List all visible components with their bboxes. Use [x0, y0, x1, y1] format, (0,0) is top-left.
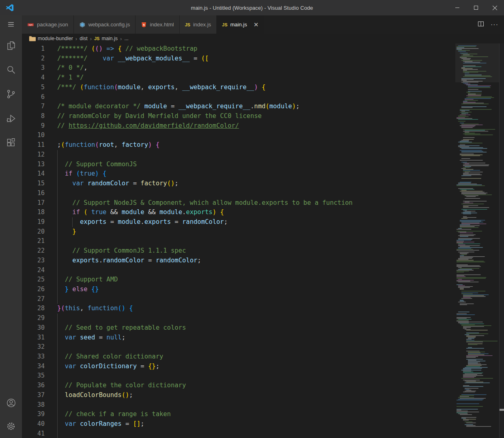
editor[interactable]: 1/******/ (() => { // webpackBootstrap2/…: [22, 43, 504, 438]
code-line[interactable]: 36 // Populate the color dictionary: [22, 381, 454, 391]
code-line[interactable]: 26 } else {}: [22, 285, 454, 294]
breadcrumb-item-main.js[interactable]: JSmain.js: [94, 36, 118, 41]
tab-main.js[interactable]: JSmain.js✕: [217, 15, 264, 34]
code-line[interactable]: 35: [22, 371, 454, 381]
code-line[interactable]: 28}(this, function() {: [22, 304, 454, 313]
tab-package.json[interactable]: npmpackage.json: [22, 15, 74, 34]
close-button[interactable]: [485, 0, 504, 15]
code-line[interactable]: 20 }: [22, 227, 454, 237]
breadcrumb-item-...[interactable]: ...: [124, 36, 128, 41]
activity-item-explorer[interactable]: [0, 33, 22, 58]
source-control-icon: [6, 89, 16, 99]
code-line[interactable]: 4/* 1 */: [22, 73, 454, 83]
code-line[interactable]: 10: [22, 131, 454, 140]
code-line[interactable]: 23 exports.randomColor = randomColor;: [22, 256, 454, 266]
code-lines: 1/******/ (() => { // webpackBootstrap2/…: [22, 44, 454, 438]
breadcrumb-separator: ›: [89, 36, 93, 42]
html-icon: 5: [141, 21, 147, 28]
line-number: 28: [22, 304, 45, 313]
scrollbar[interactable]: [499, 43, 504, 438]
breadcrumb-label: module-bundler: [38, 36, 73, 41]
line-content: // Support AMD: [45, 275, 118, 285]
tab-label: package.json: [37, 21, 68, 28]
settings-gear-icon: [6, 421, 16, 432]
activity-item-manage[interactable]: [0, 414, 22, 438]
code-line[interactable]: 5/***/ (function(module, exports, __webp…: [22, 83, 454, 92]
code-line[interactable]: 6: [22, 92, 454, 102]
code-line[interactable]: 12: [22, 150, 454, 160]
minimap[interactable]: [455, 43, 499, 438]
code-line[interactable]: 3/* 0 */,: [22, 63, 454, 73]
code-line[interactable]: 13 // Support CommonJS: [22, 160, 454, 170]
line-content: // Support CommonJS 1.1.1 spec: [45, 246, 186, 256]
line-number: 37: [22, 391, 45, 400]
code-line[interactable]: 39 // check if a range is taken: [22, 410, 454, 419]
code-line[interactable]: 29: [22, 313, 454, 323]
code-line[interactable]: 34 var colorDictionary = {};: [22, 362, 454, 371]
code-line[interactable]: 33 // Shared color dictionary: [22, 352, 454, 362]
line-number: 6: [22, 92, 45, 102]
code-line[interactable]: 17 // Support NodeJS & Component, which …: [22, 198, 454, 208]
split-editor-icon[interactable]: [478, 21, 484, 29]
js-icon: JS: [222, 22, 227, 27]
code-line[interactable]: 41: [22, 429, 454, 438]
code-line[interactable]: 9// https://github.com/davidmerfield/ran…: [22, 121, 454, 131]
breadcrumb-item-dist[interactable]: dist: [80, 36, 87, 41]
code-line[interactable]: 22 // Support CommonJS 1.1.1 spec: [22, 246, 454, 256]
menu-icon: [6, 20, 15, 29]
line-content: [45, 371, 57, 381]
line-number: 40: [22, 419, 45, 429]
code-line[interactable]: 2/******/ var __webpack_modules__ = ([: [22, 54, 454, 64]
js-icon: JS: [94, 36, 99, 41]
activity-item-extensions[interactable]: [0, 131, 22, 155]
maximize-button[interactable]: [467, 0, 485, 15]
breadcrumb-item-module-bundler[interactable]: module-bundler: [29, 36, 73, 41]
code-line[interactable]: 27: [22, 294, 454, 304]
scrollbar-cursor-marker: [500, 409, 504, 411]
code-line[interactable]: 16: [22, 189, 454, 198]
code-line[interactable]: 38: [22, 400, 454, 410]
code-line[interactable]: 15 var randomColor = factory();: [22, 179, 454, 189]
more-actions-icon[interactable]: ···: [491, 21, 498, 28]
activity-item-source-control[interactable]: [0, 82, 22, 106]
tab-index.html[interactable]: 5index.html: [136, 15, 179, 34]
line-content: [45, 131, 57, 140]
line-number: 17: [22, 198, 45, 208]
code-line[interactable]: 40 var colorRanges = [];: [22, 419, 454, 429]
code-line[interactable]: 31 var seed = null;: [22, 333, 454, 343]
tab-label: index.js: [193, 21, 211, 28]
code-line[interactable]: 18 if ( true && module && module.exports…: [22, 208, 454, 217]
activity-item-menu[interactable]: [0, 15, 22, 33]
minimap-visible-region: [455, 43, 499, 82]
code-line[interactable]: 14 if (true) {: [22, 169, 454, 179]
code-line[interactable]: 25 // Support AMD: [22, 275, 454, 285]
tab-index.js[interactable]: JSindex.js: [180, 15, 217, 34]
line-number: 4: [22, 73, 45, 83]
title-bar: main.js - Untitled (Workspace) - Visual …: [0, 0, 504, 15]
code-line[interactable]: 8// randomColor by David Merfield under …: [22, 112, 454, 121]
activity-item-run-and-debug[interactable]: [0, 106, 22, 131]
minimize-button[interactable]: [448, 0, 467, 15]
code-line[interactable]: 1/******/ (() => { // webpackBootstrap: [22, 44, 454, 54]
code-line[interactable]: 7/* module decorator */ module = __webpa…: [22, 102, 454, 112]
activity-item-accounts[interactable]: [0, 391, 22, 414]
line-content: [45, 92, 57, 102]
code-line[interactable]: 11;(function(root, factory) {: [22, 140, 454, 150]
code-line[interactable]: 19 exports = module.exports = randomColo…: [22, 217, 454, 227]
code-line[interactable]: 21: [22, 236, 454, 246]
code-line[interactable]: 37 loadColorBounds();: [22, 391, 454, 400]
code-line[interactable]: 30 // Seed to get repeatable colors: [22, 323, 454, 333]
tab-actions: ···: [478, 15, 504, 34]
line-number: 38: [22, 400, 45, 410]
tab-close-icon[interactable]: ✕: [254, 21, 259, 28]
extensions-icon: [6, 137, 16, 148]
tab-list: npmpackage.jsonwebpack.config.js5index.h…: [22, 15, 264, 34]
code-line[interactable]: 24: [22, 266, 454, 275]
indent-guide: [72, 217, 73, 227]
tab-webpack.config.js[interactable]: webpack.config.js: [74, 15, 136, 34]
line-number: 39: [22, 410, 45, 419]
code-line[interactable]: 32: [22, 342, 454, 352]
breadcrumb-label: dist: [80, 36, 87, 41]
line-number: 1: [22, 44, 45, 54]
activity-item-search[interactable]: [0, 58, 22, 82]
